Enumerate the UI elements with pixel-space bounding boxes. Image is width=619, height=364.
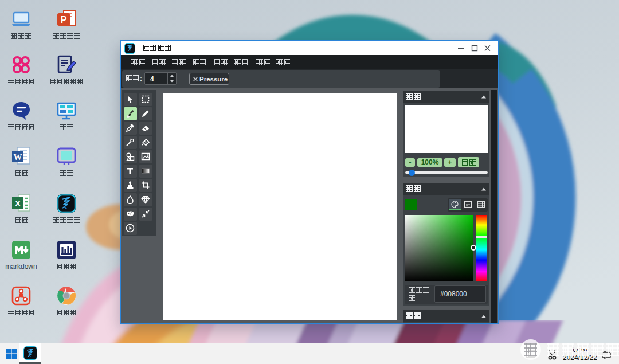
- svg-text:W: W: [14, 152, 22, 162]
- svg-text:P: P: [61, 15, 67, 25]
- svg-text:X: X: [15, 198, 21, 208]
